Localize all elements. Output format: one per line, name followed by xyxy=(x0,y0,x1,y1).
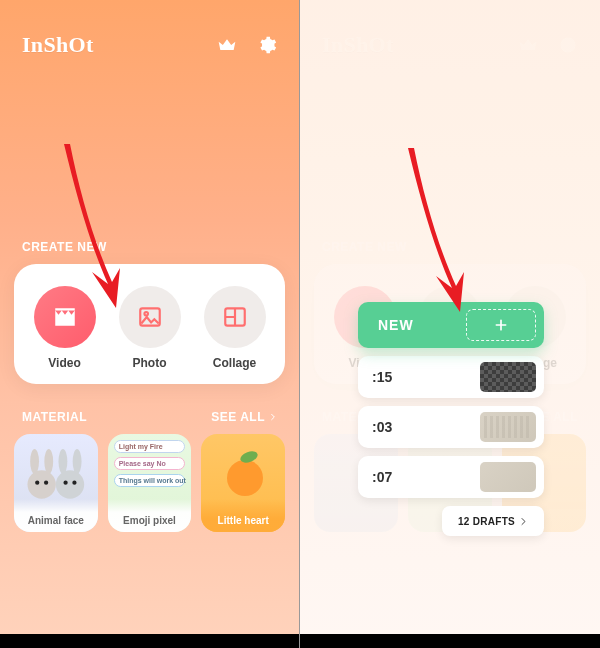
svg-point-3 xyxy=(27,470,55,498)
collage-icon xyxy=(204,286,266,348)
chevron-right-icon xyxy=(519,517,528,526)
create-item-label: Collage xyxy=(213,356,256,370)
material-list[interactable]: Animal face Light my Fire Please say No … xyxy=(0,424,299,532)
tag: Things will work out xyxy=(114,474,186,487)
svg-point-7 xyxy=(58,449,67,474)
svg-point-13 xyxy=(227,460,263,496)
see-all-button[interactable]: SEE ALL xyxy=(211,410,277,424)
draft-duration: :07 xyxy=(372,469,392,485)
create-collage-button[interactable]: Collage xyxy=(204,286,266,370)
draft-thumbnail xyxy=(480,462,536,492)
new-project-button[interactable]: NEW xyxy=(358,302,544,348)
screen-drafts-popup: InShOt CREATE NEW Video Photo Collage MA… xyxy=(300,0,600,648)
draft-item[interactable]: :03 xyxy=(358,406,544,448)
svg-point-8 xyxy=(73,449,82,474)
svg-point-4 xyxy=(56,470,84,498)
material-card-label: Animal face xyxy=(14,499,98,532)
header-actions xyxy=(217,35,277,55)
pixel-tags: Light my Fire Please say No Things will … xyxy=(114,440,186,487)
plus-icon xyxy=(466,309,536,341)
view-all-drafts-button[interactable]: 12 DRAFTS xyxy=(442,506,544,536)
material-label: MATERIAL xyxy=(22,410,87,424)
material-card-little-heart[interactable]: Little heart xyxy=(201,434,285,532)
svg-point-11 xyxy=(63,481,67,485)
status-bar xyxy=(0,0,299,18)
material-card-emoji-pixel[interactable]: Light my Fire Please say No Things will … xyxy=(108,434,192,532)
animal-illustration xyxy=(20,442,92,504)
svg-point-10 xyxy=(44,481,48,485)
android-navbar xyxy=(0,634,299,648)
create-item-label: Video xyxy=(48,356,80,370)
android-navbar xyxy=(300,634,600,648)
tag: Light my Fire xyxy=(114,440,186,453)
material-card-animal-face[interactable]: Animal face xyxy=(14,434,98,532)
app-logo: InShOt xyxy=(22,32,94,58)
svg-point-1 xyxy=(144,312,147,315)
tag: Please say No xyxy=(114,457,186,470)
app-header: InShOt xyxy=(0,18,299,64)
svg-point-6 xyxy=(44,449,53,474)
screen-home: InShOt CREATE NEW Video xyxy=(0,0,300,648)
image-icon xyxy=(119,286,181,348)
new-button-label: NEW xyxy=(378,317,414,333)
gear-icon[interactable] xyxy=(257,35,277,55)
material-card-label: Little heart xyxy=(201,499,285,532)
material-header-row: MATERIAL SEE ALL xyxy=(0,410,299,424)
draft-duration: :15 xyxy=(372,369,392,385)
draft-thumbnail xyxy=(480,412,536,442)
fruit-illustration xyxy=(219,448,271,496)
see-all-label: SEE ALL xyxy=(211,410,265,424)
draft-duration: :03 xyxy=(372,419,392,435)
draft-item[interactable]: :15 xyxy=(358,356,544,398)
material-card-label: Emoji pixel xyxy=(108,499,192,532)
draft-thumbnail xyxy=(480,362,536,392)
draft-item[interactable]: :07 xyxy=(358,456,544,498)
create-video-button[interactable]: Video xyxy=(34,286,96,370)
clapperboard-icon xyxy=(34,286,96,348)
dual-screenshot: InShOt CREATE NEW Video xyxy=(0,0,600,648)
create-item-label: Photo xyxy=(133,356,167,370)
crown-icon[interactable] xyxy=(217,35,237,55)
create-photo-button[interactable]: Photo xyxy=(119,286,181,370)
svg-point-9 xyxy=(35,481,39,485)
drafts-popup: NEW :15 :03 :07 12 DRAFTS xyxy=(358,302,544,536)
svg-point-5 xyxy=(30,449,39,474)
create-new-label: CREATE NEW xyxy=(0,240,299,254)
svg-point-12 xyxy=(72,481,76,485)
create-new-card: Video Photo Collage xyxy=(14,264,285,384)
drafts-count-label: 12 DRAFTS xyxy=(458,516,515,527)
